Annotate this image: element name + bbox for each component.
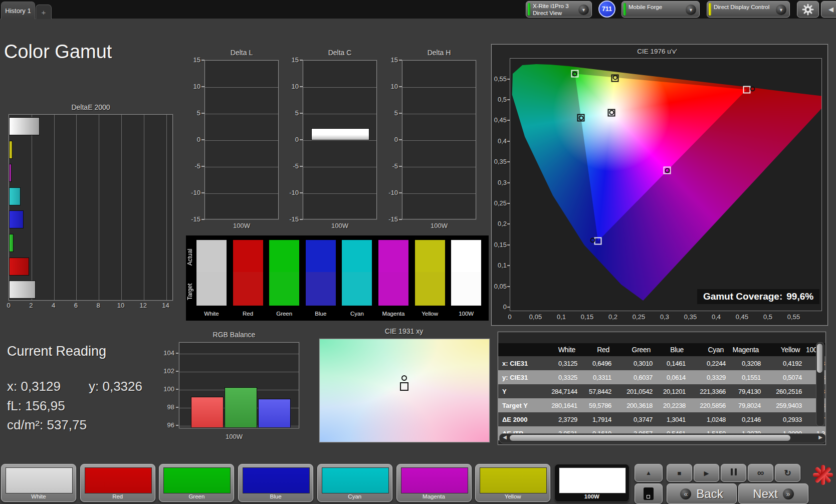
next-button[interactable]: Next»: [738, 483, 808, 504]
rgb-bar-blue: [258, 399, 291, 428]
table-column-header: White: [546, 346, 581, 354]
pattern-swatch: [6, 467, 73, 493]
meter-count-badge[interactable]: 711: [598, 1, 615, 18]
delta-chart-delta-l: [204, 60, 279, 219]
table-cell: 79,4130: [730, 388, 765, 395]
delta-gridline: [303, 167, 376, 167]
table-vertical-scrollbar[interactable]: [816, 342, 824, 426]
delta-gridline: [303, 114, 376, 114]
table-cell: 59,5786: [581, 402, 615, 409]
rgb-y-tick-label: 96: [158, 421, 174, 429]
pattern-button-yellow[interactable]: Yellow: [475, 464, 550, 502]
settings-button[interactable]: [797, 1, 819, 18]
cie1931-measured-marker: [401, 375, 407, 381]
pattern-button-green[interactable]: Green: [159, 464, 234, 502]
table-cell: 0,3010: [615, 360, 657, 367]
cie-y-tick-label: 0,2: [492, 220, 507, 227]
back-button[interactable]: «Back: [667, 483, 737, 504]
delta-y-tick-label: 5: [184, 109, 200, 117]
cie-y-tick-label: 0,45: [492, 116, 507, 124]
tick-mark: [176, 389, 178, 390]
tick-mark: [201, 219, 204, 220]
table-cell: 20,1201: [657, 388, 690, 395]
pattern-button-white[interactable]: White: [1, 464, 76, 502]
swatch-label: 100W: [451, 311, 481, 317]
tick-mark: [176, 371, 178, 372]
delta-gridline: [205, 87, 278, 88]
cie-x-tick-label: 0,2: [608, 313, 617, 321]
cie-x-tick-label: 0,4: [712, 313, 721, 321]
scroll-right-icon[interactable]: ▶: [816, 434, 824, 441]
meter-dropdown[interactable]: X-Rite i1Pro 3Direct View ▼: [526, 1, 592, 18]
cie1976-marker-magenta: [664, 167, 671, 174]
delta-gridline: [402, 193, 476, 194]
play-button[interactable]: ▶: [694, 464, 719, 482]
deltae-x-tick-label: 4: [52, 302, 55, 309]
loop-button[interactable]: ↻: [775, 464, 800, 482]
delta-y-tick-label: 0: [283, 136, 299, 143]
cie1976-marker-ring: [665, 168, 670, 173]
table-cell: 200,3618: [615, 402, 657, 409]
deltae-bar-100w: [9, 117, 40, 135]
cie1931-title: CIE 1931 xy: [385, 327, 423, 335]
table-row-label: ΔE 2000: [498, 416, 546, 423]
new-tab-button[interactable]: +: [36, 5, 52, 19]
pattern-button-magenta[interactable]: Magenta: [396, 464, 472, 502]
top-bar: History 1 + X-Rite i1Pro 3Direct View ▼ …: [0, 0, 836, 19]
table-cell: 0,0614: [657, 374, 690, 381]
stop-button[interactable]: ■: [667, 464, 692, 482]
cie1976-marker-ring: [590, 237, 595, 242]
pattern-button-cyan[interactable]: Cyan: [317, 464, 392, 502]
swatch-label: Blue: [306, 311, 336, 317]
cie1976-marker-green: [571, 70, 578, 78]
tab-history-1[interactable]: History 1: [1, 2, 35, 19]
source-dropdown[interactable]: Mobile Forge ▼: [621, 1, 700, 18]
scroll-left-icon[interactable]: ◀: [501, 434, 509, 441]
delta-gridline: [402, 114, 476, 114]
delta-y-tick-label: -5: [382, 162, 398, 170]
table-row: Target Y280,164159,5786200,361820,223822…: [498, 398, 826, 412]
delta-y-tick-label: -15: [184, 215, 200, 223]
tick-mark: [201, 60, 204, 61]
cie1976-marker-yellow: [611, 74, 619, 82]
cie1931-diagram: [319, 339, 490, 442]
deltae-gridline: [76, 115, 77, 300]
cie-y-tick-label: 0,1: [492, 262, 507, 269]
pattern-button-label: Blue: [239, 493, 313, 499]
pattern-swatch: [559, 467, 626, 493]
pattern-swatch: [163, 467, 231, 493]
swatch-column-blue: Blue: [306, 240, 336, 326]
target-swatch: [196, 272, 227, 306]
target-swatch: [342, 272, 372, 306]
pattern-button-red[interactable]: Red: [80, 464, 155, 502]
table-cell: 1,7914: [581, 416, 615, 423]
tick-mark: [399, 219, 402, 220]
infinity-icon: ∞: [757, 467, 764, 478]
play-icon: ▶: [704, 469, 709, 477]
delta-y-tick-label: 10: [283, 83, 299, 90]
collapse-panel-button[interactable]: ◀: [821, 1, 836, 18]
pattern-swatch: [401, 467, 468, 493]
continuous-measure-button[interactable]: ∞: [748, 464, 773, 482]
table-cell: 221,3366: [690, 388, 730, 395]
table-vertical-scrollbar-thumb[interactable]: [817, 344, 822, 373]
table-horizontal-scrollbar-thumb[interactable]: [510, 435, 790, 441]
rgb-bar-red: [191, 397, 224, 428]
table-horizontal-scrollbar[interactable]: ◀ ▶: [499, 433, 826, 443]
pattern-button-label: Red: [81, 493, 155, 499]
deltae-bar-cyan: [9, 187, 21, 205]
pattern-button-blue[interactable]: Blue: [238, 464, 313, 502]
pause-button[interactable]: [721, 464, 746, 482]
table-column-header: Yellow: [765, 346, 806, 354]
pattern-swatch: [480, 467, 547, 493]
workflow-dropdown[interactable]: Direct Display Control ▼: [707, 1, 790, 18]
table-row: y: CIE310,33250,33110,60370,06140,33290,…: [498, 370, 826, 384]
pattern-window-button[interactable]: [635, 483, 663, 504]
pattern-panel-up-button[interactable]: ▲: [635, 464, 663, 482]
table-cell: 260,2516: [765, 388, 806, 395]
actual-row-label: Actual: [186, 242, 194, 272]
table-row-label: x: CIE31: [498, 360, 546, 367]
delta-gridline: [303, 87, 376, 88]
table-cell: 57,8442: [581, 388, 615, 395]
pattern-button-100w[interactable]: 100W: [554, 464, 630, 502]
